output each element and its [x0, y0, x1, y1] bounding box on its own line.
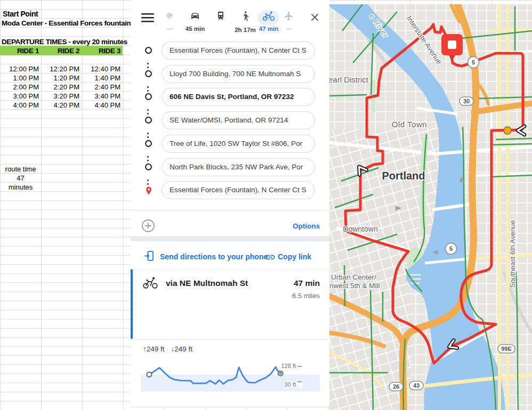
directions-panel: —45 min2h 17m47 min— Essential Forces (F… — [131, 0, 329, 407]
chart-start-marker — [147, 372, 151, 377]
waypoint-input[interactable]: Lloyd 700 Building, 700 NE Multnomah S — [162, 65, 315, 83]
walk-icon — [241, 15, 249, 24]
cell-route-time-unit[interactable]: minutes — [0, 183, 41, 192]
waypoint-input[interactable]: Tree of Life, 1020 SW Taylor St #806, Po… — [162, 135, 315, 153]
elevation-loss: 249 ft — [174, 345, 192, 353]
svg-text:43: 43 — [413, 382, 420, 389]
waypoint-input[interactable]: Essential Forces (Fountain), N Center Ct… — [162, 181, 315, 199]
route-duration: 47 min — [294, 278, 320, 288]
shield-us30: 30 — [460, 97, 473, 105]
waypoint-input[interactable]: 606 NE Davis St, Portland, OR 97232 — [162, 88, 315, 106]
menu-icon[interactable] — [141, 13, 154, 26]
bike-icon — [262, 14, 276, 23]
waypoint-row: SE Water/OMSI, Portland, OR 97214 — [131, 111, 329, 129]
divider — [131, 210, 329, 210]
screenshot-root: { "spreadsheet": { "start_point_label": … — [0, 0, 532, 410]
elevation-max-tick: 128 ft — [280, 363, 303, 369]
waypoint-circle-icon — [144, 116, 152, 126]
urban-center-label-2: nwest 5th & Mill — [329, 282, 380, 290]
waypoint-row: Essential Forces (Fountain), N Center Ct… — [131, 181, 329, 199]
cell-departure-time[interactable]: 1:40 PM — [82, 73, 120, 83]
divider — [131, 339, 329, 340]
cell-departure-time[interactable]: 4:20 PM — [41, 101, 79, 110]
shield-us26: 26 — [389, 382, 403, 391]
map[interactable]: 5 30 5 99E 26 43 e River Interstate-Aven… — [329, 4, 532, 410]
cell-ride-1[interactable]: RIDE 1 — [0, 46, 39, 55]
mode-label: — — [276, 26, 302, 32]
cell-ride-3[interactable]: RIDE 3 — [82, 46, 120, 55]
mode-tab-drive[interactable]: 45 min — [182, 11, 208, 32]
mode-tab-best-route[interactable]: — — [157, 11, 182, 32]
shield-i5-north: 5 — [468, 57, 479, 68]
route-distance: 6.5 miles — [292, 292, 320, 300]
cell-departure-time[interactable]: 3:00 PM — [0, 92, 39, 101]
cell-departure-time[interactable]: 2:40 PM — [82, 83, 120, 92]
close-icon[interactable] — [310, 12, 320, 24]
send-to-phone-button[interactable]: Send directions to your phone — [160, 252, 268, 261]
cell-departure-header[interactable]: DEPARTURE TIMES - every 20 minutes — [2, 37, 127, 46]
cell-departure-time[interactable]: 12:20 PM — [41, 64, 79, 73]
waypoint-circle-icon — [144, 140, 152, 150]
waypoint-input[interactable]: SE Water/OMSI, Portland, OR 97214 — [162, 111, 315, 129]
elevation-min-tick: 30 ft — [284, 381, 303, 388]
waypoint-input[interactable]: North Park Blocks, 235 NW Park Ave, Por — [162, 158, 315, 176]
cell-departure-time[interactable]: 2:00 PM — [0, 83, 39, 92]
cell-departure-time[interactable]: 12:00 PM — [0, 64, 39, 73]
svg-text:30: 30 — [463, 98, 470, 104]
flight-icon — [284, 14, 294, 23]
downtown-label: Downtown — [343, 225, 377, 233]
portland-label: Portland — [382, 170, 425, 182]
urban-center-label-1: Urban Center/ — [331, 273, 376, 281]
mode-tab-walk[interactable]: 2h 17m — [232, 11, 258, 33]
svg-text:5: 5 — [449, 245, 453, 252]
cell-departure-time[interactable]: 1:20 PM — [41, 73, 79, 83]
svg-text:5: 5 — [472, 59, 475, 65]
cell-departure-time[interactable]: 12:40 PM — [82, 64, 120, 73]
send-to-phone-icon — [144, 250, 155, 264]
se-6th-avenue-label: Southeast 6th Avenue — [509, 220, 517, 288]
elevation-summary: ↑249 ft · ↓249 ft — [143, 345, 192, 353]
shield-or43: 43 — [409, 381, 423, 390]
mode-label: 2h 17m — [232, 27, 258, 33]
cell-departure-time[interactable]: 4:00 PM — [0, 101, 39, 110]
drive-icon — [189, 14, 201, 23]
cell-start-point[interactable]: Start Point — [3, 10, 38, 19]
waypoint-circle-icon — [144, 46, 152, 56]
cell-route-time-value[interactable]: 47 — [0, 174, 41, 183]
waypoint-row: Essential Forces (Fountain), N Center Ct… — [131, 42, 329, 60]
cell-departure-time[interactable]: 2:20 PM — [41, 83, 79, 92]
svg-text:99E: 99E — [501, 346, 512, 352]
waypoint-circle-icon — [144, 93, 152, 103]
cell-departure-time[interactable]: 4:40 PM — [82, 101, 120, 110]
cell-departure-time[interactable]: 3:20 PM — [41, 92, 79, 101]
cell-location[interactable]: Moda Center - Essential Forces fountain — [2, 19, 131, 28]
cell-ride-2[interactable]: RIDE 2 — [41, 46, 79, 55]
add-destination-icon[interactable] — [141, 219, 155, 235]
bicycle-icon — [142, 276, 158, 292]
mode-tab-flight[interactable]: — — [276, 11, 302, 32]
elevation-gain: 249 ft — [147, 345, 165, 353]
separator: · — [166, 345, 169, 353]
waypoint-row: North Park Blocks, 235 NW Park Ave, Por — [131, 158, 329, 176]
waypoint-input[interactable]: Essential Forces (Fountain), N Center Ct… — [162, 42, 315, 60]
shield-99e: 99E — [498, 345, 515, 353]
cell-route-time-label[interactable]: route time — [0, 165, 41, 174]
waypoint-marker-dot[interactable] — [504, 127, 511, 134]
transit-icon — [215, 14, 226, 23]
waypoint-row: Tree of Life, 1020 SW Taylor St #806, Po… — [131, 135, 329, 153]
elevation-up-arrow-icon: ↑ — [143, 345, 147, 353]
mode-label: 45 min — [182, 26, 208, 32]
cell-departure-time[interactable]: 1:00 PM — [0, 73, 39, 83]
destination-pin-icon — [144, 186, 153, 198]
svg-text:26: 26 — [393, 383, 399, 390]
cell-departure-time[interactable]: 3:40 PM — [82, 92, 120, 101]
route-card[interactable]: via NE Multnomah St 47 min 6.5 miles — [131, 269, 329, 339]
options-button[interactable]: Options — [293, 222, 320, 230]
mode-label: — — [157, 26, 182, 32]
best-route-icon — [164, 14, 175, 23]
shield-i5-south: 5 — [446, 243, 457, 255]
mode-tab-transit[interactable] — [208, 11, 233, 26]
copy-link-button[interactable]: Copy link — [278, 252, 311, 261]
route-via: via NE Multnomah St — [166, 278, 248, 288]
old-town-label: Old Town — [392, 120, 427, 129]
